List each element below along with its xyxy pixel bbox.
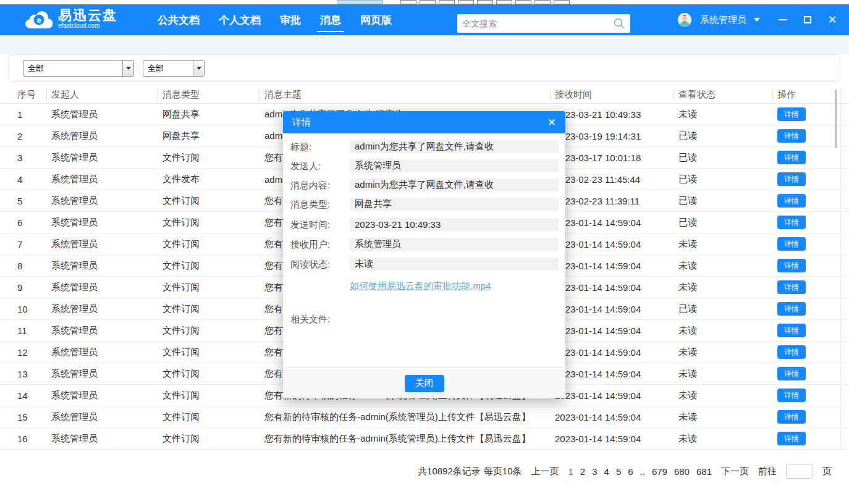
modal-field-value: admin为您共享了网盘文件,请查收 [350, 140, 559, 153]
cell-type: 文件发布 [163, 174, 200, 185]
detail-button[interactable]: 详情 [777, 259, 806, 272]
goto-label: 前往 [758, 466, 777, 477]
nav-item-web-version[interactable]: 网页版 [360, 4, 392, 35]
next-page-button[interactable]: 下一页 [721, 466, 749, 477]
prev-page-button[interactable]: 上一页 [531, 466, 559, 477]
logo-subtitle: efastcloud.com [58, 22, 117, 29]
search-input[interactable] [462, 19, 613, 28]
detail-button[interactable]: 详情 [777, 151, 806, 164]
page-number-5[interactable]: 5 [616, 466, 621, 477]
modal-field-label: 接收用户: [290, 239, 330, 251]
cell-type: 文件订阅 [163, 368, 200, 380]
attachment-link[interactable]: 如何使用易迅云盘的审批功能.mp4 [350, 280, 491, 292]
filter-status-select[interactable]: 全部 [143, 60, 205, 77]
cell-status: 未读 [678, 282, 697, 293]
nav-item-messages[interactable]: 消息 [320, 4, 341, 35]
filter-type-select[interactable]: 全部 [23, 60, 134, 77]
page-number-2[interactable]: 2 [580, 466, 585, 477]
background-box-artifact [534, 0, 551, 4]
page-number-6[interactable]: 6 [628, 466, 633, 477]
cell-time: 2023-01-14 14:59:04 [555, 282, 641, 293]
cell-status: 未读 [678, 260, 697, 272]
cell-sender: 系统管理员 [51, 238, 98, 250]
modal-field-value: 系统管理员 [350, 238, 559, 251]
cell-status: 未读 [678, 346, 697, 358]
search-icon[interactable] [613, 17, 625, 30]
goto-suffix: 页 [822, 466, 832, 477]
cell-no: 2 [17, 131, 22, 141]
modal-field-label: 标题: [290, 141, 311, 153]
cell-sender: 系统管理员 [51, 282, 98, 293]
page-number-681[interactable]: 681 [696, 466, 712, 477]
nav-item-personal-docs[interactable]: 个人文档 [219, 4, 261, 35]
cell-no: 11 [17, 326, 27, 336]
modal-header: 详情 ✕ [283, 111, 565, 133]
background-window-artifacts [0, 0, 849, 4]
cell-time: 2023-01-14 14:59:04 [555, 239, 641, 250]
modal-close-button[interactable]: 关闭 [405, 375, 444, 392]
cell-type: 文件订阅 [163, 303, 200, 315]
minimize-button[interactable] [777, 14, 788, 25]
filter-status-value: 全部 [143, 63, 164, 74]
detail-button[interactable]: 详情 [777, 194, 806, 208]
content-gap [0, 35, 849, 54]
detail-button[interactable]: 详情 [777, 107, 806, 121]
page-number-4[interactable]: 4 [604, 466, 609, 477]
cell-sender: 系统管理员 [51, 217, 98, 229]
page-number-680[interactable]: 680 [674, 466, 690, 477]
cell-sender: 系统管理员 [51, 174, 98, 185]
navbar: e 易迅云盘 efastcloud.com 公共文档个人文档审批消息网页版 [0, 4, 849, 35]
user-menu[interactable]: 系统管理员 ✕ [678, 4, 838, 35]
modal-close-icon[interactable]: ✕ [547, 117, 556, 128]
filter-bar: 全部全部 [9, 54, 840, 82]
cell-no: 4 [17, 174, 22, 185]
scrollbar-thumb[interactable] [835, 90, 837, 148]
modal-field-label: 消息内容: [290, 180, 330, 191]
dropdown-arrow-button[interactable] [193, 61, 204, 76]
detail-button[interactable]: 详情 [777, 216, 806, 229]
nav-item-public-docs[interactable]: 公共文档 [158, 4, 200, 35]
detail-button[interactable]: 详情 [777, 388, 806, 402]
nav-item-approval[interactable]: 审批 [280, 4, 301, 35]
goto-page-input[interactable] [786, 464, 813, 479]
page-number-1[interactable]: 1 [568, 466, 573, 477]
chevron-down-icon[interactable] [754, 18, 760, 22]
page-number-679[interactable]: 679 [652, 466, 667, 477]
table-right-border [840, 86, 841, 450]
modal-fields: 如何使用易迅云盘的审批功能.mp4 相关文件: 标题:admin为您共享了网盘文… [283, 133, 565, 368]
detail-button[interactable]: 详情 [777, 345, 806, 359]
cell-subject: 您有新的待审核的任务-admin(系统管理员)上传文件【易迅云盘】 [264, 411, 531, 423]
detail-button[interactable]: 详情 [777, 432, 806, 445]
cell-status: 未读 [678, 368, 697, 380]
cell-status: 未读 [678, 411, 697, 423]
avatar[interactable] [678, 13, 691, 27]
cell-status: 未读 [678, 433, 697, 445]
dropdown-arrow-button[interactable] [122, 61, 133, 76]
detail-button[interactable]: 详情 [777, 324, 806, 337]
detail-button[interactable]: 详情 [777, 237, 806, 251]
column-divider [772, 90, 773, 101]
maximize-button[interactable] [802, 14, 813, 25]
pagination: 共10892条记录 每页10条 上一页 123456..679680681 下一… [418, 462, 832, 481]
cell-sender: 系统管理员 [51, 411, 98, 423]
detail-button[interactable]: 详情 [777, 367, 806, 380]
modal-field-value: 未读 [350, 258, 559, 271]
cell-status: 未读 [678, 238, 697, 250]
cell-sender: 系统管理员 [51, 195, 98, 207]
app-window: e 易迅云盘 efastcloud.com 公共文档个人文档审批消息网页版 [0, 0, 849, 504]
cell-no: 6 [17, 217, 22, 228]
modal-field-label: 发送人: [290, 161, 321, 172]
cell-status: 已读 [678, 130, 697, 142]
detail-button[interactable]: 详情 [777, 129, 806, 143]
detail-button[interactable]: 详情 [777, 410, 806, 424]
detail-button[interactable]: 详情 [777, 280, 806, 294]
detail-button[interactable]: 详情 [777, 302, 806, 316]
background-box-artifact [554, 0, 570, 4]
col-header-time: 接收时间 [555, 89, 592, 101]
page-number-3[interactable]: 3 [592, 466, 597, 477]
cell-type: 文件订阅 [163, 260, 200, 272]
close-button[interactable]: ✕ [827, 14, 838, 25]
detail-button[interactable]: 详情 [777, 172, 806, 186]
cell-sender: 系统管理员 [51, 303, 98, 315]
svg-text:e: e [36, 15, 41, 25]
